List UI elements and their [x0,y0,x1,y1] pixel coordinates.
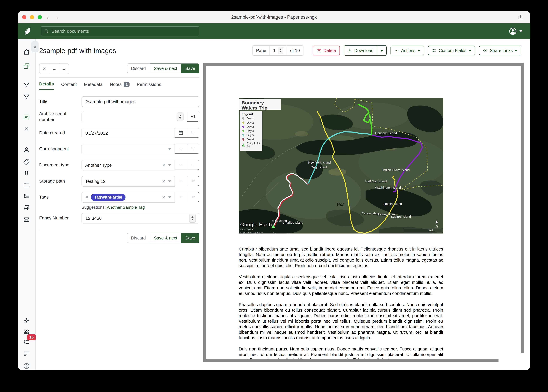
tab-details[interactable]: Details [39,81,54,90]
legend-item: Day 6 [242,138,260,141]
legend-item: Day 3 [242,125,260,128]
asn-stepper[interactable] [177,112,184,121]
chevron-down-icon[interactable] [168,181,171,182]
date-filter-button[interactable] [187,128,199,138]
chevron-down-icon[interactable] [168,196,171,198]
chevron-down-icon[interactable] [168,148,171,150]
search-input[interactable] [51,28,196,34]
download-options-button[interactable] [377,46,386,56]
sidebar-item-open-document[interactable] [23,113,30,120]
save-button[interactable]: Save [181,63,199,73]
custom-fields-button[interactable]: Custom Fields [428,46,475,56]
sidebar-item-logs[interactable] [23,350,30,357]
storage-path-filter-button[interactable] [187,176,199,186]
add-correspondent-button[interactable]: + [175,144,187,154]
google-earth-logo: Google Earth [240,222,272,228]
user-menu-caret-icon[interactable] [519,30,523,32]
correspondent-filter-button[interactable] [187,144,199,154]
map-scale-bar: 3 mi [404,229,442,232]
add-document-type-button[interactable]: + [175,160,187,170]
save-next-button[interactable]: Save & next [150,233,181,243]
save-button[interactable]: Save [181,233,199,243]
filter-icon [191,146,196,151]
sidebar-item-saved-view-1[interactable] [23,81,30,88]
tags-select[interactable]: ✕ TagWithPartial ✕ [81,192,175,203]
pdf-paragraph: Vestibulum eleifend, ligula a scelerisqu… [239,274,443,296]
share-links-button[interactable]: Share Links [479,46,521,56]
filter-icon [191,179,196,184]
document-type-select[interactable]: Another Type ✕ [81,160,175,170]
sidebar-item-documents[interactable] [23,63,30,70]
clear-icon[interactable]: ✕ [162,179,166,184]
sidebar-item-custom-fields[interactable] [23,193,30,200]
map-label: Squirrel Island [391,215,411,218]
storage-path-select[interactable]: Testing 12 ✕ [81,176,175,187]
fancy-number-stepper[interactable] [189,214,196,223]
add-tag-button[interactable]: + [175,192,187,202]
search-icon [44,29,49,34]
suggestions-label: Suggestions: [81,205,106,210]
sidebar-item-workflows[interactable] [23,204,30,211]
add-storage-path-button[interactable]: + [175,176,187,186]
delete-button[interactable]: Delete [313,46,340,56]
pdf-preview-frame[interactable]: Boundary Waters Trip Six days in BWCA Le… [203,63,524,362]
actions-button[interactable]: ⋯ Actions [390,46,424,56]
page-number-input[interactable]: 1 [273,48,275,53]
previous-document-button[interactable]: ← [49,64,59,74]
doc-nav-group: ✕ ← → [39,63,69,74]
user-avatar-icon[interactable] [509,27,517,35]
sidebar-item-storage-paths[interactable] [23,182,30,188]
map-label: Lincoln Island [383,202,402,206]
date-created-input[interactable] [85,130,171,136]
remove-tag-icon[interactable]: ✕ [85,195,89,200]
sidebar-item-help[interactable] [23,363,30,370]
tab-metadata[interactable]: Metadata [84,81,103,90]
sidebar-expand-icon[interactable]: » [31,41,39,52]
title-input[interactable] [85,99,196,105]
tab-content[interactable]: Content [61,81,77,90]
clear-icon[interactable]: ✕ [162,195,166,200]
save-group-top: Discard Save & next Save [127,63,199,73]
sidebar-item-close-document[interactable] [23,126,30,132]
chevron-down-icon[interactable] [168,164,171,166]
scale-label: 3 mi [428,229,433,232]
sidebar-item-document-types[interactable] [23,169,30,176]
tab-notes[interactable]: Notes1 [110,81,130,90]
sidebar-item-saved-view-2[interactable] [23,93,30,100]
save-next-button[interactable]: Save & next [150,63,181,73]
paperless-logo-icon[interactable] [23,27,32,36]
tags-filter-button[interactable] [187,192,199,202]
sidebar-item-correspondents[interactable] [23,147,30,153]
page-input-wrap: 1 [269,46,287,56]
correspondent-select[interactable] [81,144,175,154]
asn-plus-one-button[interactable]: +1 [187,112,199,122]
next-document-button[interactable]: → [59,64,69,74]
day3-marker-icon [242,125,245,128]
link-icon [483,48,488,53]
pdf-text: Curabitur bibendum ante urna, sed blandi… [239,246,443,359]
map-credit: © 2017 Google [240,228,253,231]
trash-icon [317,48,321,53]
fancy-number-input[interactable] [85,216,187,221]
document-type-filter-button[interactable] [187,160,199,170]
asn-input[interactable] [85,114,175,119]
sidebar-item-tags[interactable] [23,158,30,165]
page-stepper[interactable] [278,47,283,54]
close-document-button[interactable]: ✕ [39,64,49,74]
clear-icon[interactable]: ✕ [162,162,166,168]
sidebar-item-dashboard[interactable] [23,49,30,56]
tab-permissions[interactable]: Permissions [137,81,161,90]
share-icon[interactable] [518,14,523,21]
tag-chip[interactable]: TagWithPartial [91,194,125,201]
correspondent-input[interactable] [85,147,168,152]
discard-button[interactable]: Discard [127,233,150,243]
map-label: Indian Grave Island [382,168,410,172]
sidebar-item-settings[interactable] [23,317,30,324]
suggestion-link[interactable]: Another Sample Tag [107,205,145,210]
sidebar-item-mail[interactable] [23,216,30,223]
sidebar-item-tasks[interactable]: 16 [23,339,30,346]
ellipsis-icon: ⋯ [394,48,399,53]
download-button[interactable]: Download [344,46,377,56]
discard-button[interactable]: Discard [127,63,150,73]
calendar-button[interactable] [175,128,187,138]
